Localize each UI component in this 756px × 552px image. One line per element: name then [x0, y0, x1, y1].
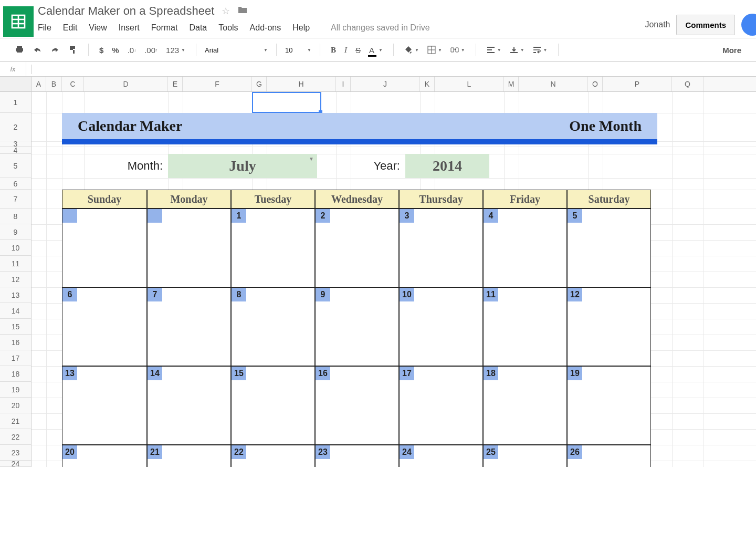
- share-button[interactable]: [741, 14, 756, 36]
- text-wrap-icon[interactable]: ▼: [533, 46, 548, 54]
- merge-cells-icon[interactable]: ▼: [450, 46, 465, 54]
- row-header-2[interactable]: 2: [0, 113, 31, 141]
- menu-data[interactable]: Data: [189, 23, 207, 33]
- col-header-I[interactable]: I: [336, 77, 351, 91]
- borders-icon[interactable]: ▼: [427, 46, 442, 54]
- calendar-cell[interactable]: 8: [231, 287, 315, 366]
- calendar-cell[interactable]: [62, 209, 147, 287]
- row-header-9[interactable]: 9: [0, 224, 31, 240]
- row-header-10[interactable]: 10: [0, 240, 31, 256]
- toolbar-more[interactable]: More: [715, 46, 749, 55]
- sheets-logo[interactable]: [3, 6, 34, 37]
- calendar-cell[interactable]: 11: [483, 287, 567, 366]
- menu-file[interactable]: File: [38, 23, 51, 33]
- calendar-cell[interactable]: 4: [483, 209, 567, 287]
- undo-icon[interactable]: [33, 46, 42, 54]
- font-select[interactable]: Arial▼: [200, 46, 273, 54]
- folder-icon[interactable]: [237, 6, 248, 17]
- calendar-cell[interactable]: 23: [315, 445, 399, 467]
- calendar-cell[interactable]: 2: [315, 209, 399, 287]
- col-header-K[interactable]: K: [420, 77, 435, 91]
- user-name[interactable]: Jonath: [645, 20, 670, 29]
- col-header-E[interactable]: E: [168, 77, 183, 91]
- row-header-18[interactable]: 18: [0, 366, 31, 382]
- calendar-cell[interactable]: 24: [399, 445, 483, 467]
- doc-title[interactable]: Calendar Maker on a Spreadsheet: [38, 4, 214, 18]
- calendar-cell[interactable]: [147, 209, 231, 287]
- col-header-N[interactable]: N: [519, 77, 588, 91]
- col-header-A[interactable]: A: [32, 77, 46, 91]
- currency-icon[interactable]: $: [99, 46, 103, 55]
- row-header-21[interactable]: 21: [0, 413, 31, 429]
- row-header-15[interactable]: 15: [0, 319, 31, 335]
- print-icon[interactable]: [15, 45, 24, 55]
- col-header-O[interactable]: O: [588, 77, 603, 91]
- text-color-icon[interactable]: A▼: [369, 46, 383, 55]
- fill-color-icon[interactable]: ▼: [404, 46, 419, 54]
- row-header-14[interactable]: 14: [0, 303, 31, 319]
- increase-decimal-icon[interactable]: .00↑: [144, 46, 158, 55]
- menu-edit[interactable]: Edit: [63, 23, 78, 33]
- row-header-22[interactable]: 22: [0, 429, 31, 445]
- col-header-D[interactable]: D: [84, 77, 168, 91]
- calendar-cell[interactable]: 19: [567, 366, 651, 445]
- redo-icon[interactable]: [50, 46, 60, 54]
- row-header-17[interactable]: 17: [0, 350, 31, 366]
- row-header-11[interactable]: 11: [0, 256, 31, 272]
- col-header-H[interactable]: H: [267, 77, 336, 91]
- row-header-23[interactable]: 23: [0, 445, 31, 461]
- col-header-C[interactable]: C: [62, 77, 84, 91]
- row-header-13[interactable]: 13: [0, 287, 31, 303]
- percent-icon[interactable]: %: [112, 46, 119, 55]
- row-header-4[interactable]: 4: [0, 147, 31, 154]
- selected-cell[interactable]: [252, 92, 321, 113]
- col-header-P[interactable]: P: [603, 77, 672, 91]
- row-header-6[interactable]: 6: [0, 178, 31, 190]
- comments-button[interactable]: Comments: [676, 15, 735, 35]
- bold-icon[interactable]: B: [331, 46, 336, 55]
- calendar-cell[interactable]: 7: [147, 287, 231, 366]
- menu-view[interactable]: View: [89, 23, 107, 33]
- menu-insert[interactable]: Insert: [119, 23, 140, 33]
- calendar-cell[interactable]: 1: [231, 209, 315, 287]
- calendar-cell[interactable]: 3: [399, 209, 483, 287]
- col-header-J[interactable]: J: [351, 77, 420, 91]
- row-header-1[interactable]: 1: [0, 92, 31, 113]
- calendar-cell[interactable]: 22: [231, 445, 315, 467]
- col-header-Q[interactable]: Q: [672, 77, 704, 91]
- row-header-12[interactable]: 12: [0, 272, 31, 287]
- row-header-8[interactable]: 8: [0, 209, 31, 224]
- select-all-corner[interactable]: [0, 77, 32, 91]
- col-header-F[interactable]: F: [183, 77, 252, 91]
- calendar-cell[interactable]: 18: [483, 366, 567, 445]
- star-icon[interactable]: ☆: [222, 5, 230, 17]
- calendar-cell[interactable]: 26: [567, 445, 651, 467]
- row-header-16[interactable]: 16: [0, 335, 31, 350]
- formula-input[interactable]: [37, 65, 756, 74]
- h-align-icon[interactable]: ▼: [487, 46, 501, 54]
- calendar-cell[interactable]: 5: [567, 209, 651, 287]
- calendar-cell[interactable]: 21: [147, 445, 231, 467]
- menu-help[interactable]: Help: [292, 23, 310, 33]
- row-header-19[interactable]: 19: [0, 382, 31, 398]
- month-select[interactable]: July ▼: [168, 154, 317, 178]
- calendar-cell[interactable]: 20: [62, 445, 147, 467]
- menu-addons[interactable]: Add-ons: [250, 23, 281, 33]
- col-header-B[interactable]: B: [46, 77, 62, 91]
- calendar-cell[interactable]: 9: [315, 287, 399, 366]
- calendar-cell[interactable]: 25: [483, 445, 567, 467]
- strikethrough-icon[interactable]: S: [355, 46, 361, 55]
- font-size-select[interactable]: 10▼: [280, 46, 317, 54]
- col-header-L[interactable]: L: [435, 77, 504, 91]
- calendar-cell[interactable]: 10: [399, 287, 483, 366]
- calendar-cell[interactable]: 16: [315, 366, 399, 445]
- calendar-cell[interactable]: 12: [567, 287, 651, 366]
- v-align-icon[interactable]: ▼: [510, 46, 524, 54]
- italic-icon[interactable]: I: [344, 46, 347, 55]
- row-header-7[interactable]: 7: [0, 190, 31, 209]
- col-header-G[interactable]: G: [252, 77, 267, 91]
- decrease-decimal-icon[interactable]: .0↓: [128, 46, 136, 55]
- menu-format[interactable]: Format: [151, 23, 178, 33]
- paint-format-icon[interactable]: [68, 45, 78, 55]
- calendar-cell[interactable]: 14: [147, 366, 231, 445]
